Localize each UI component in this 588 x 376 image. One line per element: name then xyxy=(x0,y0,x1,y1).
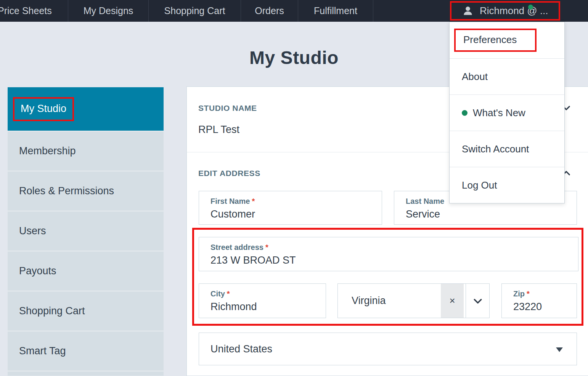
street-address-field[interactable]: Street address* 213 W BROAD ST xyxy=(199,237,578,271)
required-asterisk: * xyxy=(265,243,268,251)
sidebar-item-label: Roles & Permissions xyxy=(19,185,114,197)
sidebar-item-shopping-cart[interactable]: Shopping Cart xyxy=(8,291,164,331)
chevron-down-icon[interactable] xyxy=(466,284,489,318)
field-label: Last Name xyxy=(406,197,444,205)
sidebar-item-label: My Studio xyxy=(21,103,66,114)
sidebar-item-users[interactable]: Users xyxy=(8,211,164,251)
menu-item-label: Switch Account xyxy=(462,143,529,155)
nav-item-label: Orders xyxy=(255,5,284,16)
field-label: City xyxy=(210,290,225,298)
city-field[interactable]: City* Richmond xyxy=(199,283,326,318)
preferences-annotation-box: Preferences xyxy=(454,29,537,52)
menu-item-label: What's New xyxy=(473,107,525,119)
field-label: Zip xyxy=(513,290,525,298)
zip-value: 23220 xyxy=(513,301,577,313)
country-selected-value: United States xyxy=(210,343,272,355)
sidebar-item-membership[interactable]: Membership xyxy=(8,131,164,171)
menu-item-label: About xyxy=(462,71,488,83)
required-asterisk: * xyxy=(527,290,530,298)
nav-item-label: Shopping Cart xyxy=(164,5,225,16)
required-asterisk: * xyxy=(227,290,230,298)
first-name-field[interactable]: First Name* Customer xyxy=(199,191,382,225)
menu-item-label: Preferences xyxy=(463,34,517,45)
status-dot-icon xyxy=(528,5,533,10)
street-address-value: 213 W BROAD ST xyxy=(210,254,578,266)
edit-address-section-label: EDIT ADDRESS xyxy=(198,169,260,178)
sidebar-item-label: Smart Tag xyxy=(19,345,66,357)
nav-item-label: Fulfillment xyxy=(314,5,357,16)
studio-name-value: RPL Test xyxy=(198,124,239,136)
nav-item-my-designs[interactable]: My Designs xyxy=(68,0,149,22)
dropdown-caret-icon xyxy=(556,347,563,352)
nav-item-price-sheets[interactable]: Price Sheets xyxy=(0,0,68,22)
user-account-dropdown: Preferences About What's New Switch Acco… xyxy=(449,22,565,203)
sidebar-item-partial[interactable] xyxy=(8,371,164,376)
menu-item-label: Log Out xyxy=(462,179,497,191)
user-account-menu-button[interactable]: Richmond @ ... xyxy=(450,1,560,20)
menu-item-log-out[interactable]: Log Out xyxy=(450,167,564,203)
clear-x-icon[interactable]: × xyxy=(441,284,464,318)
last-name-value: Service xyxy=(406,208,577,220)
user-account-label: Richmond @ ... xyxy=(480,5,548,17)
new-indicator-dot-icon xyxy=(462,110,468,116)
state-combobox[interactable]: Virginia × xyxy=(337,283,490,318)
nav-item-label: My Designs xyxy=(84,5,133,16)
field-label: First Name xyxy=(210,197,250,205)
nav-item-orders[interactable]: Orders xyxy=(241,0,298,22)
user-icon xyxy=(462,5,474,16)
city-value: Richmond xyxy=(210,301,326,313)
first-name-value: Customer xyxy=(210,208,382,220)
my-studio-annotation-box: My Studio xyxy=(13,97,74,121)
nav-item-shopping-cart[interactable]: Shopping Cart xyxy=(149,0,241,22)
menu-item-whats-new[interactable]: What's New xyxy=(450,94,564,131)
sidebar-item-payouts[interactable]: Payouts xyxy=(8,251,164,291)
settings-sidebar: My Studio Membership Roles & Permissions… xyxy=(8,87,164,376)
sidebar-item-label: Users xyxy=(19,225,46,237)
sidebar-item-roles-permissions[interactable]: Roles & Permissions xyxy=(8,171,164,211)
country-select[interactable]: United States xyxy=(199,333,577,365)
menu-item-switch-account[interactable]: Switch Account xyxy=(450,131,564,167)
sidebar-item-my-studio[interactable]: My Studio xyxy=(8,87,164,131)
sidebar-item-label: Payouts xyxy=(19,265,56,277)
menu-item-about[interactable]: About xyxy=(450,58,564,94)
required-asterisk: * xyxy=(252,197,255,205)
zip-field[interactable]: Zip* 23220 xyxy=(501,283,577,318)
sidebar-item-smart-tag[interactable]: Smart Tag xyxy=(8,331,164,371)
field-label: Street address xyxy=(210,243,263,251)
nav-item-label: Price Sheets xyxy=(0,5,52,16)
sidebar-item-label: Shopping Cart xyxy=(19,305,85,317)
menu-item-preferences[interactable]: Preferences xyxy=(450,22,564,58)
sidebar-item-label: Membership xyxy=(19,145,76,157)
studio-name-section-label: STUDIO NAME xyxy=(198,104,257,113)
nav-item-fulfillment[interactable]: Fulfillment xyxy=(298,0,373,22)
state-selected-value: Virginia xyxy=(338,284,441,318)
